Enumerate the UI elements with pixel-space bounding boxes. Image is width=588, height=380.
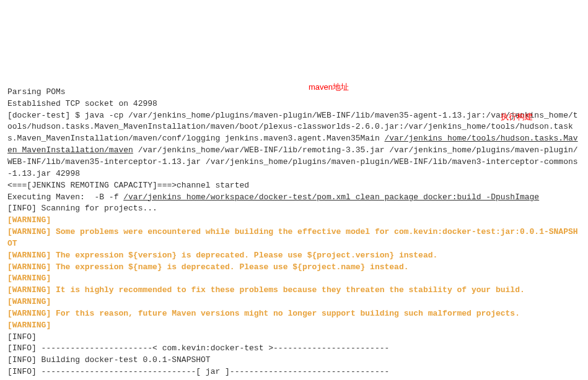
log-warning: [WARNING] The expression ${version} is d…	[7, 250, 581, 262]
log-warning: [WARNING] The expression ${name} is depr…	[7, 262, 581, 274]
log-warning: [WARNING] It is highly recommended to fi…	[7, 285, 581, 296]
log-warning: [WARNING]	[7, 296, 581, 308]
annotation-exec-build: 执行构建	[501, 111, 533, 123]
log-line: [INFO] --------------------------------[…	[7, 366, 581, 378]
log-line: [INFO] Building docker-test 0.0.1-SNAPSH…	[7, 355, 581, 366]
log-line: [docker-test] $ java -cp /var/jenkins_ho…	[7, 110, 581, 180]
log-warning: [WARNING]	[7, 215, 581, 227]
log-warning: [WARNING]	[7, 320, 581, 332]
log-line: [INFO] -----------------------< com.kevi…	[7, 343, 581, 355]
log-warning: [WARNING] Some problems were encountered…	[7, 227, 581, 250]
annotation-maven-address: maven地址	[309, 82, 349, 93]
log-warning: [WARNING]	[7, 273, 581, 285]
log-line: Established TCP socket on 42998	[7, 98, 581, 110]
log-warning: [WARNING] For this reason, future Maven …	[7, 308, 581, 320]
log-line: [INFO]	[7, 332, 581, 343]
maven-command-link[interactable]: /var/jenkins_home/workspace/docker-test/…	[123, 192, 539, 202]
log-line: Executing Maven: -B -f /var/jenkins_home…	[7, 192, 581, 204]
log-line: Parsing POMs	[7, 87, 581, 98]
console-output: Parsing POMsEstablished TCP socket on 42…	[7, 87, 581, 380]
log-line: [INFO] Scanning for projects...	[7, 203, 581, 215]
log-line: <===[JENKINS REMOTING CAPACITY]===>chann…	[7, 180, 581, 192]
